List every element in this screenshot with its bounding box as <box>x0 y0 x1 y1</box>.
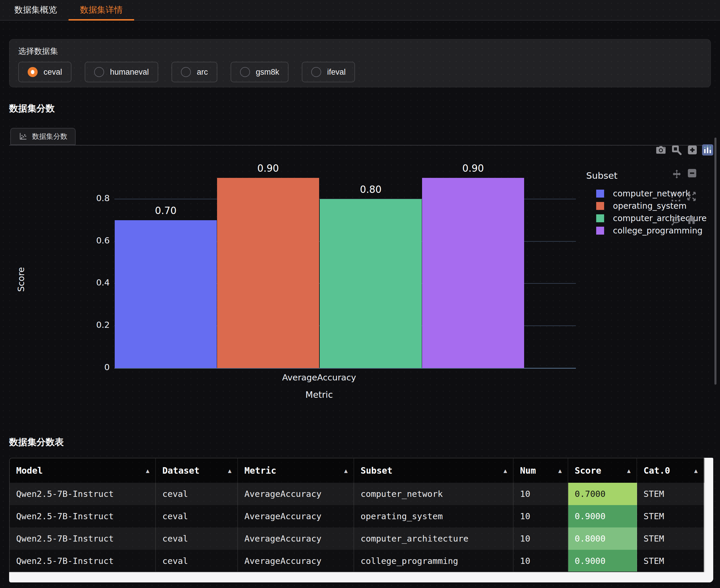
legend-swatch <box>596 202 604 210</box>
table-cell: Qwen2.5-7B-Instruct <box>10 505 156 527</box>
legend-swatch <box>596 190 604 197</box>
table-cell: Qwen2.5-7B-Instruct <box>10 550 156 572</box>
table-cell: STEM <box>637 550 704 572</box>
table-vertical-scrollbar[interactable] <box>704 458 713 583</box>
table-horizontal-scrollbar[interactable] <box>9 572 713 583</box>
column-header-metric[interactable]: Metric▲ <box>238 458 354 483</box>
page-scrollbar[interactable] <box>715 138 717 384</box>
column-header-label: Dataset <box>162 465 200 476</box>
zoom-in-icon[interactable] <box>687 144 699 156</box>
home-icon[interactable] <box>686 215 697 226</box>
legend-item-operating_system[interactable]: operating_system <box>586 200 706 212</box>
column-header-label: Cat.0 <box>643 465 670 476</box>
y-tick-label: 0.2 <box>77 320 110 330</box>
table-row: Qwen2.5-7B-InstructcevalAverageAccuracyc… <box>10 483 704 505</box>
sort-ascending-icon[interactable]: ▲ <box>344 467 348 474</box>
camera-icon[interactable] <box>655 144 667 156</box>
table-cell: college_programming <box>354 550 514 572</box>
sort-ascending-icon[interactable]: ▲ <box>558 467 562 474</box>
table-cell: STEM <box>637 527 704 550</box>
column-header-dataset[interactable]: Dataset▲ <box>156 458 238 483</box>
radio-option-ceval[interactable]: ceval <box>18 62 71 82</box>
radio-unselected-icon <box>240 67 250 77</box>
legend-swatch <box>596 227 604 235</box>
radio-unselected-icon <box>181 67 191 77</box>
plotly-logo-icon[interactable] <box>702 144 714 156</box>
legend-item-college_programming[interactable]: college_programming <box>586 224 706 237</box>
active-tab-underline <box>68 19 134 21</box>
table-body: Qwen2.5-7B-InstructcevalAverageAccuracyc… <box>10 483 704 572</box>
table-cell: AverageAccuracy <box>238 505 354 527</box>
sort-ascending-icon[interactable]: ▲ <box>627 467 631 474</box>
tab-dataset-overview[interactable]: 数据集概览 <box>3 0 68 20</box>
column-header-subset[interactable]: Subset▲ <box>354 458 514 483</box>
radio-option-label: arc <box>197 68 208 77</box>
score-cell: 0.9000 <box>568 505 637 527</box>
zoom-out-icon[interactable] <box>687 168 697 178</box>
dataset-selector-panel: 选择数据集 cevalhumanevalarcgsm8kifeval <box>9 39 711 87</box>
table-cell: ceval <box>156 527 238 550</box>
column-header-model[interactable]: Model▲ <box>10 458 156 483</box>
table-cell: Qwen2.5-7B-Instruct <box>10 527 156 550</box>
radio-option-label: ceval <box>43 68 62 77</box>
radio-option-arc[interactable]: arc <box>171 62 217 82</box>
box-select-icon[interactable] <box>671 192 681 202</box>
y-tick-label: 0.6 <box>77 235 110 246</box>
bar-value-label: 0.80 <box>320 184 422 195</box>
bar-operating_system[interactable] <box>217 178 319 368</box>
bar-computer_architecture[interactable] <box>320 199 422 368</box>
table-cell: ceval <box>156 483 238 505</box>
sort-ascending-icon[interactable]: ▲ <box>228 467 231 474</box>
scores-table: Model▲Dataset▲Metric▲Subset▲Num▲Score▲Ca… <box>9 458 713 583</box>
radio-option-gsm8k[interactable]: gsm8k <box>231 62 289 82</box>
column-header-label: Num <box>520 465 536 476</box>
table-cell: STEM <box>637 505 704 527</box>
sort-ascending-icon[interactable]: ▲ <box>694 467 698 474</box>
page: 数据集概览 数据集详情 选择数据集 cevalhumanevalarcgsm8k… <box>0 0 720 588</box>
tab-dataset-detail[interactable]: 数据集详情 <box>68 0 134 20</box>
column-header-cat-0[interactable]: Cat.0▲ <box>637 458 704 483</box>
bar-chart: Score AverageAccuracy Metric Subset comp… <box>9 146 711 420</box>
x-axis-title: Metric <box>231 390 407 400</box>
table-cell: AverageAccuracy <box>238 550 354 572</box>
bar-college_programming[interactable] <box>422 178 524 368</box>
table-cell: Qwen2.5-7B-Instruct <box>10 483 156 505</box>
sort-ascending-icon[interactable]: ▲ <box>503 467 507 474</box>
score-cell: 0.8000 <box>568 527 637 550</box>
table-cell: operating_system <box>354 505 514 527</box>
lasso-icon[interactable] <box>671 216 681 226</box>
column-header-num[interactable]: Num▲ <box>514 458 568 483</box>
legend-item-label: college_programming <box>613 226 702 235</box>
radio-option-label: ifeval <box>327 68 346 77</box>
score-cell: 0.7000 <box>568 483 637 505</box>
y-tick-label: 0 <box>77 362 110 372</box>
zoom-icon[interactable] <box>671 144 683 156</box>
table-cell: AverageAccuracy <box>238 527 354 550</box>
radio-option-humaneval[interactable]: humaneval <box>85 62 158 82</box>
scatter-chart-icon <box>19 132 27 141</box>
column-header-score[interactable]: Score▲ <box>568 458 637 483</box>
legend-swatch <box>596 214 604 222</box>
table-cell: ceval <box>156 505 238 527</box>
table-row: Qwen2.5-7B-InstructcevalAverageAccuracyc… <box>10 527 704 550</box>
bar-computer_network[interactable] <box>115 220 217 368</box>
table-cell: 10 <box>514 550 568 572</box>
table-cell: AverageAccuracy <box>238 483 354 505</box>
selector-label: 选择数据集 <box>18 46 58 57</box>
x-tick-label: AverageAccuracy <box>231 373 407 382</box>
plot-card-tab: 数据集分数 <box>10 128 76 145</box>
y-axis-title: Score <box>16 206 26 353</box>
score-cell: 0.9000 <box>568 550 637 572</box>
dataset-radio-group: cevalhumanevalarcgsm8kifeval <box>18 62 355 82</box>
table-grid: Model▲Dataset▲Metric▲Subset▲Num▲Score▲Ca… <box>9 458 705 572</box>
table-cell: 10 <box>514 505 568 527</box>
plot-card: 数据集分数 Score AverageAccuracy Metric Subse… <box>9 145 711 420</box>
autoscale-icon[interactable] <box>686 191 697 202</box>
radio-option-label: humaneval <box>110 68 149 77</box>
pan-icon[interactable] <box>672 169 682 179</box>
y-tick-label: 0.8 <box>77 193 110 203</box>
sort-ascending-icon[interactable]: ▲ <box>146 467 149 474</box>
table-cell: 10 <box>514 483 568 505</box>
radio-selected-icon <box>28 67 38 77</box>
radio-option-ifeval[interactable]: ifeval <box>302 62 355 82</box>
